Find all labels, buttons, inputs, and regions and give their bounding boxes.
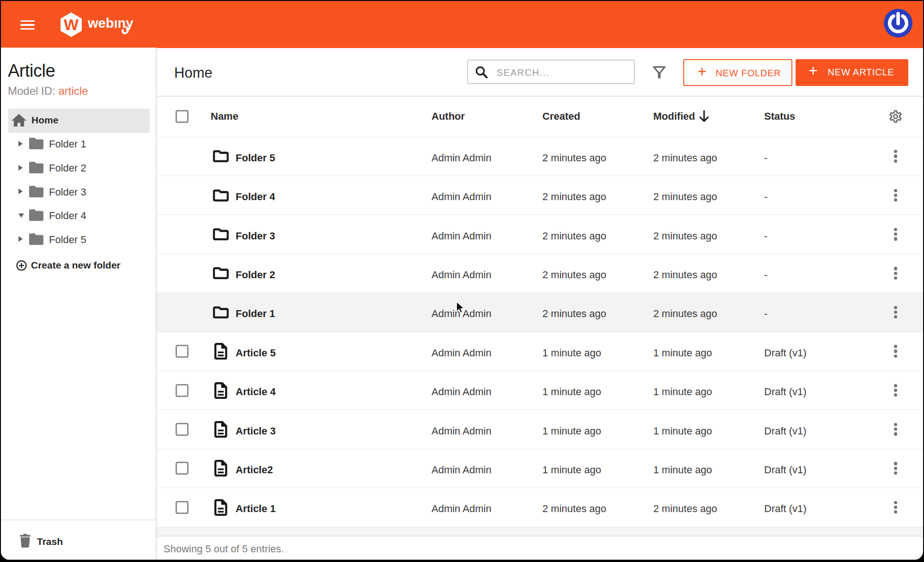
svg-text:W: W <box>64 16 79 33</box>
